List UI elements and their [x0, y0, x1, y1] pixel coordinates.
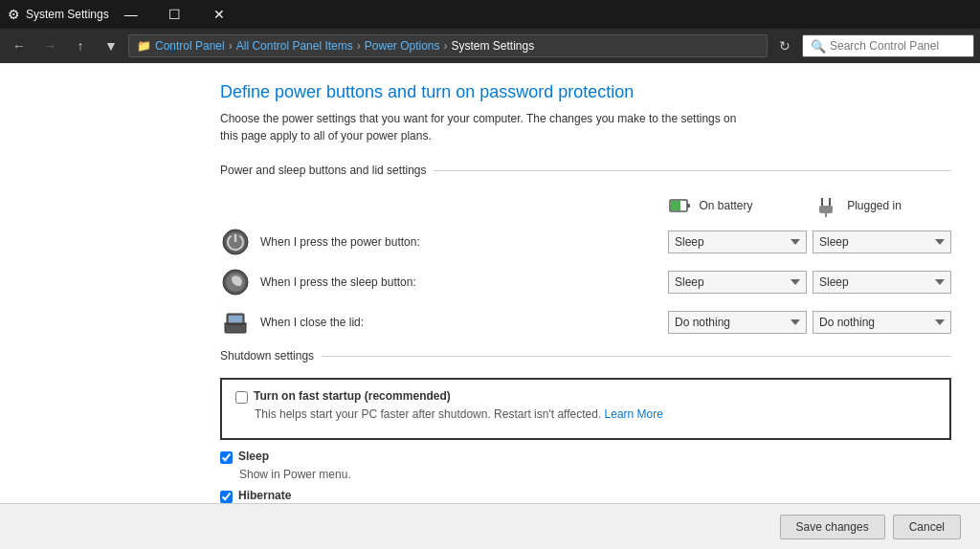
breadcrumb-all-items[interactable]: All Control Panel Items	[236, 39, 353, 53]
lid-label: When I close the lid:	[260, 316, 668, 329]
svg-rect-2	[671, 201, 680, 210]
sleep-button-row: When I press the sleep button: Do nothin…	[220, 267, 951, 297]
power-button-dropdowns: Do nothing Sleep Hibernate Shut down Tur…	[668, 231, 951, 253]
sleep-button-icon	[220, 267, 251, 297]
sleep-button-battery-select[interactable]: Do nothing Sleep Hibernate Shut down Tur…	[668, 271, 807, 294]
power-button-label: When I press the power button:	[260, 235, 668, 249]
shutdown-section: Shutdown settings Turn on fast startup (…	[220, 349, 951, 503]
hibernate-checkbox[interactable]	[220, 491, 233, 503]
cancel-button[interactable]: Cancel	[893, 515, 961, 539]
window-title: System Settings	[26, 8, 109, 21]
bottom-bar: Save changes Cancel	[0, 503, 980, 549]
lid-dropdowns: Do nothing Sleep Hibernate Shut down Tur…	[668, 311, 951, 334]
power-button-plugged-select[interactable]: Do nothing Sleep Hibernate Shut down Tur…	[813, 231, 951, 253]
recent-button[interactable]: ▼	[98, 33, 124, 59]
lid-row: When I close the lid: Do nothing Sleep H…	[220, 307, 951, 338]
column-headers: On battery Plugged in	[220, 192, 951, 219]
window-icon: ⚙	[8, 7, 20, 22]
power-button-icon	[220, 227, 251, 257]
minimize-button[interactable]: —	[109, 0, 153, 29]
main-content: Define power buttons and turn on passwor…	[0, 63, 980, 503]
title-bar: ⚙ System Settings — ☐ ✕	[0, 0, 980, 29]
up-button[interactable]: ↑	[67, 33, 94, 59]
lid-icon	[220, 307, 251, 338]
folder-icon: 📁	[137, 39, 151, 53]
sleep-shutdown-row: Sleep	[220, 450, 951, 464]
lid-battery-select[interactable]: Do nothing Sleep Hibernate Shut down Tur…	[668, 311, 807, 334]
hibernate-row: Hibernate	[220, 489, 951, 503]
breadcrumb-power-options[interactable]: Power Options	[365, 39, 440, 53]
close-button[interactable]: ✕	[197, 0, 241, 29]
plug-icon	[814, 192, 841, 219]
fast-startup-box: Turn on fast startup (recommended) This …	[220, 378, 951, 440]
section1-header: Power and sleep buttons and lid settings	[220, 164, 951, 177]
back-button[interactable]: ←	[6, 33, 33, 59]
sleep-shutdown-label[interactable]: Sleep	[238, 450, 269, 463]
battery-icon	[666, 192, 693, 219]
maximize-button[interactable]: ☐	[153, 0, 197, 29]
sleep-button-dropdowns: Do nothing Sleep Hibernate Shut down Tur…	[668, 271, 951, 294]
learn-more-link[interactable]: Learn More	[605, 407, 663, 421]
refresh-button[interactable]: ↻	[771, 33, 798, 59]
hibernate-label[interactable]: Hibernate	[238, 489, 291, 502]
breadcrumb-current: System Settings	[451, 39, 534, 53]
search-input[interactable]	[830, 39, 973, 53]
page-title: Define power buttons and turn on passwor…	[220, 82, 951, 102]
plugged-in-header: Plugged in	[784, 192, 932, 219]
sleep-shutdown-desc: Show in Power menu.	[239, 468, 951, 481]
svg-rect-3	[819, 206, 833, 213]
save-button[interactable]: Save changes	[780, 515, 885, 539]
on-battery-header: On battery	[635, 192, 784, 219]
svg-rect-12	[229, 316, 242, 322]
sleep-button-plugged-select[interactable]: Do nothing Sleep Hibernate Shut down Tur…	[813, 271, 951, 294]
lid-plugged-select[interactable]: Do nothing Sleep Hibernate Shut down Tur…	[813, 311, 951, 334]
sleep-shutdown-checkbox[interactable]	[220, 451, 233, 464]
forward-button[interactable]: →	[36, 33, 63, 59]
breadcrumb-control-panel[interactable]: Control Panel	[155, 39, 225, 53]
fast-startup-label[interactable]: Turn on fast startup (recommended)	[254, 389, 451, 403]
power-button-battery-select[interactable]: Do nothing Sleep Hibernate Shut down Tur…	[668, 231, 807, 253]
fast-startup-checkbox[interactable]	[235, 391, 248, 404]
page-description: Choose the power settings that you want …	[220, 110, 746, 144]
address-path: 📁 Control Panel › All Control Panel Item…	[128, 34, 768, 57]
address-bar: ← → ↑ ▼ 📁 Control Panel › All Control Pa…	[0, 29, 980, 63]
section2-header: Shutdown settings	[220, 349, 951, 362]
power-button-row: When I press the power button: Do nothin…	[220, 227, 951, 257]
window-controls: — ☐ ✕	[109, 0, 241, 29]
sleep-button-label: When I press the sleep button:	[260, 275, 668, 289]
search-box: 🔍	[802, 34, 974, 57]
svg-rect-1	[687, 204, 690, 208]
search-icon: 🔍	[811, 39, 826, 54]
fast-startup-row: Turn on fast startup (recommended)	[235, 389, 936, 404]
fast-startup-desc: This helps start your PC faster after sh…	[255, 407, 936, 421]
